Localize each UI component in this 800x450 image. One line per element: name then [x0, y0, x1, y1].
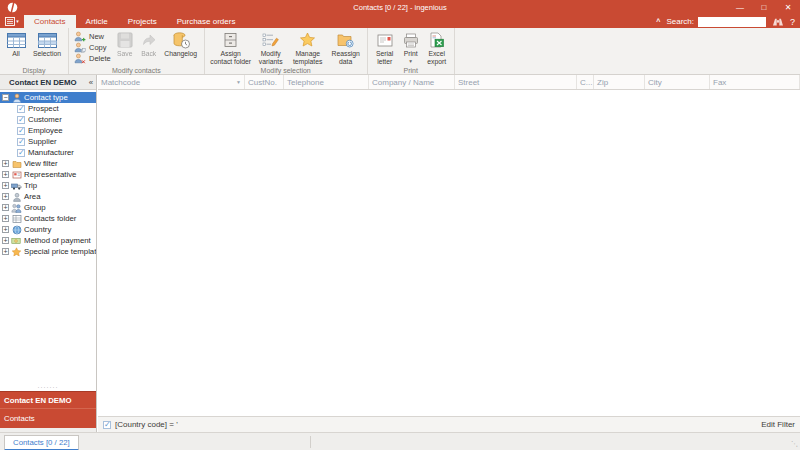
expand-collapsed-icon[interactable]: + [2, 215, 9, 222]
sidebar-panel-contact-en-demo[interactable]: Contact EN DEMO [0, 391, 96, 408]
ribbon-tab-row: ▾ Contacts Article Projects Purchase ord… [0, 15, 800, 28]
sidebar-collapse-icon[interactable]: « [86, 78, 96, 87]
expand-collapsed-icon[interactable]: + [2, 237, 9, 244]
modify-variants-label: Modify variants [255, 50, 287, 66]
document-tab-contacts[interactable]: Contacts [0 / 22] [4, 435, 79, 450]
assign-contact-folder-label: Assign contact folder [209, 50, 253, 66]
column-header-company-name[interactable]: Company / Name [369, 75, 455, 89]
tree-check-employee[interactable]: Employee [0, 125, 96, 136]
excel-export-button[interactable]: Excel export [423, 29, 451, 66]
tree-item-label: Representative [24, 170, 76, 179]
copy-button[interactable]: Copy [74, 42, 111, 53]
modify-variants-icon [262, 31, 279, 49]
tree-item-country[interactable]: + Country [0, 224, 96, 235]
checkbox-checked-icon[interactable] [17, 149, 25, 157]
selection-button-label: Selection [33, 50, 61, 58]
modify-variants-button[interactable]: Modify variants [254, 29, 288, 66]
area-person-icon [11, 192, 22, 202]
tab-purchase-orders[interactable]: Purchase orders [167, 15, 246, 28]
column-header-zip[interactable]: Zip [594, 75, 645, 89]
changelog-button-label: Changelog [164, 50, 197, 58]
ribbon-group-modify-selection-label: Modify selection [205, 67, 367, 74]
file-menu-caret-icon: ▾ [16, 19, 19, 24]
expand-collapsed-icon[interactable]: + [2, 171, 9, 178]
manage-templates-button[interactable]: Manage templates [288, 29, 328, 66]
checkbox-checked-icon[interactable] [17, 127, 25, 135]
tree-item-contacts-folder[interactable]: + Contacts folder [0, 213, 96, 224]
window-controls: — □ ✕ [728, 0, 800, 15]
column-header-country-code[interactable]: C... ▲ [577, 75, 594, 89]
filter-checkbox-checked-icon[interactable] [103, 421, 111, 429]
expand-collapsed-icon[interactable]: + [2, 248, 9, 255]
checkbox-checked-icon[interactable] [17, 105, 25, 113]
tree-item-view-filter[interactable]: + View filter [0, 158, 96, 169]
ribbon-group-modify-contacts-label: Modify contacts [69, 67, 204, 74]
check-label: Manufacturer [28, 148, 74, 157]
tree-item-label: Trip [24, 181, 37, 190]
new-button[interactable]: New [74, 31, 111, 42]
column-header-city[interactable]: City [645, 75, 710, 89]
reassign-data-label: Reassign data [329, 50, 363, 66]
file-menu-button[interactable]: ▾ [0, 15, 24, 28]
tree-item-special-price-templates[interactable]: + Special price templates [0, 246, 96, 257]
ribbon-group-display: All Selection Display [0, 28, 69, 74]
checkbox-checked-icon[interactable] [17, 116, 25, 124]
edit-filter-button[interactable]: Edit Filter [761, 420, 795, 429]
delete-button[interactable]: Delete [74, 53, 111, 64]
tab-article[interactable]: Article [76, 15, 118, 28]
changelog-button[interactable]: Changelog [161, 29, 201, 58]
tree-item-area[interactable]: + Area [0, 191, 96, 202]
assign-contact-folder-button[interactable]: Assign contact folder [208, 29, 254, 66]
back-button-label: Back [141, 50, 156, 58]
manage-templates-label: Manage templates [289, 50, 327, 66]
selection-button[interactable]: Selection [29, 29, 65, 58]
back-button[interactable]: Back [137, 29, 161, 58]
tree-check-supplier[interactable]: Supplier [0, 136, 96, 147]
window-title: Contacts [0 / 22] - ingenious [353, 3, 446, 12]
collapse-expanded-icon[interactable]: − [2, 94, 9, 101]
save-button[interactable]: Save [113, 29, 137, 58]
checkbox-checked-icon[interactable] [17, 138, 25, 146]
changelog-database-icon [172, 31, 190, 49]
tab-contacts[interactable]: Contacts [24, 15, 76, 28]
ribbon-group-modify-contacts: New Copy Delete Save [69, 28, 205, 74]
column-header-matchcode[interactable]: Matchcode ▼ [98, 75, 245, 89]
expand-collapsed-icon[interactable]: + [2, 182, 9, 189]
print-button[interactable]: Print ▾ [399, 29, 423, 64]
tree-item-method-of-payment[interactable]: + Method of payment [0, 235, 96, 246]
tree-item-contact-type[interactable]: − Contact type [0, 92, 96, 103]
filter-caret-icon[interactable]: ▼ [236, 79, 241, 85]
check-label: Customer [28, 115, 62, 124]
collapse-ribbon-icon[interactable]: ^ [656, 18, 660, 25]
expand-collapsed-icon[interactable]: + [2, 204, 9, 211]
column-header-fax[interactable]: Fax [710, 75, 800, 89]
resize-grip-icon[interactable] [791, 440, 798, 448]
sidebar-splitter-handle[interactable] [0, 383, 96, 391]
expand-collapsed-icon[interactable]: + [2, 226, 9, 233]
expand-collapsed-icon[interactable]: + [2, 160, 9, 167]
minimize-button[interactable]: — [728, 0, 752, 15]
column-header-telephone[interactable]: Telephone [284, 75, 369, 89]
tree-check-customer[interactable]: Customer [0, 114, 96, 125]
tree-check-prospect[interactable]: Prospect [0, 103, 96, 114]
save-button-label: Save [117, 50, 133, 58]
check-label: Prospect [28, 104, 59, 113]
close-button[interactable]: ✕ [776, 0, 800, 15]
search-input[interactable] [698, 17, 766, 27]
serial-letter-button[interactable]: Serial letter [371, 29, 399, 66]
all-button[interactable]: All [3, 29, 29, 58]
expand-collapsed-icon[interactable]: + [2, 193, 9, 200]
tab-projects[interactable]: Projects [118, 15, 167, 28]
column-header-custno[interactable]: CustNo. [245, 75, 284, 89]
help-icon[interactable]: ? [790, 17, 795, 27]
excel-export-icon [428, 31, 445, 49]
tree-item-group[interactable]: + Group [0, 202, 96, 213]
reassign-data-button[interactable]: Reassign data [328, 29, 364, 66]
tree-item-trip[interactable]: + Trip [0, 180, 96, 191]
maximize-button[interactable]: □ [752, 0, 776, 15]
tree-check-manufacturer[interactable]: Manufacturer [0, 147, 96, 158]
sidebar-panel-contacts[interactable]: Contacts [0, 408, 96, 428]
column-header-street[interactable]: Street [455, 75, 577, 89]
tree-item-representative[interactable]: + Representative [0, 169, 96, 180]
find-binoculars-icon[interactable] [772, 17, 784, 27]
